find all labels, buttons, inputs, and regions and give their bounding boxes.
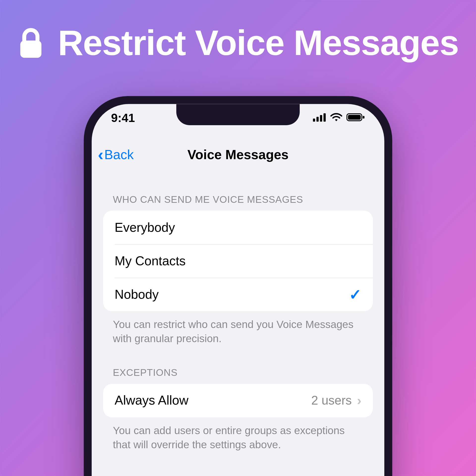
- svg-rect-6: [348, 115, 361, 120]
- phone-screen: 9:41: [92, 104, 384, 476]
- phone-frame: 9:41: [84, 96, 392, 476]
- option-my-contacts[interactable]: My Contacts: [103, 244, 373, 278]
- lock-icon: [17, 27, 45, 59]
- battery-icon: [346, 113, 365, 123]
- row-detail: 2 users: [311, 393, 352, 408]
- svg-rect-7: [363, 116, 364, 119]
- promo-card: Restrict Voice Messages 9:41: [0, 0, 476, 476]
- always-allow-row[interactable]: Always Allow 2 users ›: [103, 384, 373, 417]
- option-label: Everybody: [115, 220, 175, 235]
- nav-bar: ‹ Back Voice Messages: [92, 140, 384, 169]
- svg-rect-1: [313, 119, 315, 121]
- wifi-icon: [330, 113, 343, 123]
- promo-header: Restrict Voice Messages: [0, 23, 476, 63]
- exceptions-list: Always Allow 2 users ›: [103, 384, 373, 417]
- settings-content: WHO CAN SEND ME VOICE MESSAGES Everybody…: [92, 179, 384, 452]
- option-everybody[interactable]: Everybody: [103, 211, 373, 244]
- who-can-send-list: Everybody My Contacts Nobody ✓: [103, 211, 373, 311]
- status-icons: [313, 113, 365, 123]
- option-nobody[interactable]: Nobody ✓: [103, 278, 373, 311]
- check-icon: ✓: [349, 286, 361, 303]
- svg-rect-4: [324, 113, 326, 122]
- status-time: 9:41: [111, 111, 135, 125]
- page-title: Voice Messages: [187, 147, 289, 162]
- option-label: My Contacts: [115, 254, 186, 268]
- chevron-right-icon: ›: [357, 393, 361, 408]
- svg-rect-3: [320, 115, 322, 122]
- svg-rect-0: [20, 41, 41, 58]
- cellular-icon: [313, 113, 326, 123]
- promo-title: Restrict Voice Messages: [58, 23, 459, 63]
- section-footer-exceptions: You can add users or entire groups as ex…: [113, 423, 363, 452]
- section-header-exceptions: EXCEPTIONS: [113, 367, 373, 378]
- back-label: Back: [104, 147, 134, 162]
- section-header-who: WHO CAN SEND ME VOICE MESSAGES: [113, 194, 373, 205]
- option-label: Nobody: [115, 287, 159, 302]
- chevron-left-icon: ‹: [98, 146, 103, 163]
- back-button[interactable]: ‹ Back: [98, 146, 134, 163]
- row-label: Always Allow: [115, 393, 188, 408]
- section-footer-who: You can restrict who can send you Voice …: [113, 317, 363, 346]
- notch: [176, 104, 300, 125]
- svg-rect-2: [316, 117, 319, 122]
